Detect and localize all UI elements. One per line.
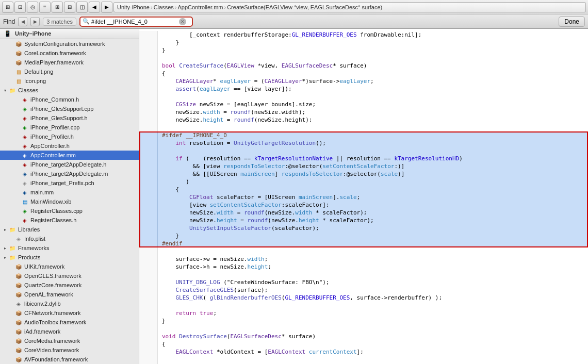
sidebar-item-label-MediaPlayer: MediaPlayer.framework (24, 59, 84, 65)
line-number (139, 147, 158, 155)
nav-forward[interactable]: ▶ (101, 2, 112, 13)
sidebar-item-AudioToolbox.framework[interactable]: 📦AudioToolbox.framework (0, 318, 139, 327)
code-editor[interactable]: [_context renderbufferStorage:GL_RENDERB… (139, 29, 588, 364)
tree-arrow-Classes: ▾ (2, 88, 8, 93)
tree-arrow-Products: ▸ (2, 255, 8, 260)
sidebar-item-AppController.mm[interactable]: ◈AppController.mm (0, 151, 139, 160)
sidebar-item-SystemConfiguration[interactable]: 📦SystemConfiguration.framework (0, 39, 139, 48)
breadcrumb-func[interactable]: CreateSurface(EAGLView *view, EAGLSurfac… (227, 4, 382, 10)
sidebar-item-iPhone_Profiler.cpp[interactable]: ◈iPhone_Profiler.cpp (0, 123, 139, 132)
sidebar-item-label-CoreVideo.framework: CoreVideo.framework (24, 347, 79, 353)
sidebar-item-AVFoundation.framework[interactable]: 📦AVFoundation.framework (0, 355, 139, 364)
sidebar-item-iAd.framework[interactable]: 📦iAd.framework (0, 327, 139, 336)
sidebar-item-libiconv.2.dylib[interactable]: ◈libiconv.2.dylib (0, 299, 139, 308)
sidebar-item-Libraries[interactable]: ▸📁Libraries (0, 225, 139, 234)
code-line: return true; (139, 309, 588, 317)
find-done-button[interactable]: Done (559, 16, 585, 27)
code-line: assert(eaglLayer == [view layer]); (139, 85, 588, 93)
file-icon-AudioToolbox.framework: 📦 (14, 318, 23, 326)
sidebar-item-iPhone_target_Prefix.pch[interactable]: ◈iPhone_target_Prefix.pch (0, 178, 139, 188)
code-line: CGFloat scaleFactor = [UIScreen mainScre… (139, 193, 588, 201)
find-clear-button[interactable]: ✕ (179, 18, 186, 25)
code-line: && [view respondsToSelector:@selector(se… (139, 162, 588, 170)
sidebar-item-UIKit.framework[interactable]: 📦UIKit.framework (0, 262, 139, 271)
sidebar-item-RegisterClasses.cpp[interactable]: ◈RegisterClasses.cpp (0, 206, 139, 216)
line-number (139, 193, 158, 201)
line-number (139, 116, 158, 124)
file-icon-OpenGLES.framework: 📦 (14, 272, 23, 280)
tree-arrow-Libraries: ▸ (2, 227, 8, 232)
line-number (139, 178, 158, 186)
sidebar-item-label-QuartzCore.framework: QuartzCore.framework (24, 282, 81, 288)
file-icon-AVFoundation.framework: 📦 (14, 355, 23, 363)
code-line: } (139, 46, 588, 54)
sidebar-item-RegisterClasses.h[interactable]: ◈RegisterClasses.h (0, 216, 139, 225)
sidebar-item-label-Frameworks: Frameworks (18, 245, 50, 251)
sidebar-item-iPhone_target2AppDelegate.m[interactable]: ◈iPhone_target2AppDelegate.m (0, 169, 139, 178)
sidebar-item-Default.png[interactable]: ▨Default.png (0, 67, 139, 76)
code-line: UnitySetInputScaleFactor(scaleFactor); (139, 224, 588, 232)
sidebar-tree: 📦SystemConfiguration.framework📦CoreLocat… (0, 39, 139, 364)
sidebar-item-label-MainWindow.xib: MainWindow.xib (30, 198, 71, 205)
sidebar-item-Icon.png[interactable]: ▨Icon.png (0, 76, 139, 86)
toolbar-icon-6[interactable]: ⊟ (64, 2, 75, 13)
toolbar-icon-3[interactable]: ◎ (27, 2, 38, 13)
sidebar-item-QuartzCore.framework[interactable]: 📦QuartzCore.framework (0, 280, 139, 290)
breadcrumb-sep-1: › (151, 4, 153, 10)
sidebar-item-iPhone_target2AppDelegate.h[interactable]: ◈iPhone_target2AppDelegate.h (0, 160, 139, 169)
sidebar-item-OpenGLES.framework[interactable]: 📦OpenGLES.framework (0, 271, 139, 280)
code-line (139, 247, 588, 255)
file-icon-Info.plist: ◈ (14, 235, 23, 243)
sidebar-item-CoreLocation[interactable]: 📦CoreLocation.framework (0, 48, 139, 58)
line-content: surface->w = newSize.width; (158, 255, 588, 263)
line-content: [view setContentScaleFactor:scaleFactor]… (158, 201, 588, 209)
line-number (139, 124, 158, 131)
code-line: surface->h = newSize.height; (139, 263, 588, 271)
toolbar-icon-7[interactable]: ◫ (76, 2, 88, 13)
sidebar-item-CFNetwork.framework[interactable]: 📦CFNetwork.framework (0, 308, 139, 318)
line-content: CAEAGLLayer* eaglLayer = (CAEAGLLayer*)s… (158, 77, 588, 85)
line-content: newSize.width = roundf(newSize.width * s… (158, 209, 588, 217)
sidebar-item-MediaPlayer[interactable]: 📦MediaPlayer.framework (0, 58, 139, 67)
sidebar-item-iPhone_GlesSupport.cpp[interactable]: ◈iPhone_GlesSupport.cpp (0, 104, 139, 113)
line-number (139, 294, 158, 302)
sidebar-item-iPhone_GlesSupport.h[interactable]: ◈iPhone_GlesSupport.h (0, 113, 139, 123)
code-line: #endif (139, 240, 588, 247)
sidebar-item-Frameworks[interactable]: ▸📁Frameworks (0, 243, 139, 253)
line-content: #endif (158, 240, 588, 247)
find-input-wrap: 🔍 ✕ (79, 16, 193, 27)
sidebar-item-OpenAL.framework[interactable]: 📦OpenAL.framework (0, 290, 139, 299)
breadcrumb-project[interactable]: Unity-iPhone (117, 4, 150, 10)
sidebar-item-Products[interactable]: ▸📁Products (0, 253, 139, 262)
code-line: if ( (resolution == kTargetResolutionNat… (139, 155, 588, 162)
find-prev-button[interactable]: ◀ (18, 17, 27, 26)
sidebar-item-iPhone_Profiler.h[interactable]: ◈iPhone_Profiler.h (0, 132, 139, 141)
code-line (139, 356, 588, 363)
line-number (139, 46, 158, 54)
sidebar-item-CoreVideo.framework[interactable]: 📦CoreVideo.framework (0, 345, 139, 355)
code-line: } (139, 232, 588, 240)
toolbar-icon-2[interactable]: ⊡ (14, 2, 26, 13)
sidebar-item-iPhone_Common.h[interactable]: ◈iPhone_Common.h (0, 95, 139, 104)
sidebar-item-AppController.h[interactable]: ◈AppController.h (0, 141, 139, 151)
sidebar-item-MainWindow.xib[interactable]: ▤MainWindow.xib (0, 197, 139, 206)
find-next-button[interactable]: ▶ (30, 17, 40, 26)
sidebar-item-CoreMedia.framework[interactable]: 📦CoreMedia.framework (0, 336, 139, 345)
file-icon-OpenAL.framework: 📦 (14, 290, 23, 299)
sidebar-item-label-CoreMedia.framework: CoreMedia.framework (24, 338, 80, 344)
nav-back[interactable]: ◀ (89, 2, 100, 13)
sidebar-item-main.mm[interactable]: ◈main.mm (0, 188, 139, 197)
line-number (139, 340, 158, 348)
line-content: CreateSurfaceGLES(surface); (158, 286, 588, 294)
search-input[interactable] (91, 19, 179, 25)
sidebar-item-Info.plist[interactable]: ◈Info.plist (0, 234, 139, 243)
toolbar-icon-5[interactable]: ⊞ (52, 2, 63, 13)
breadcrumb-file[interactable]: AppController.mm (177, 4, 223, 10)
line-content: UNITY_DBG_LOG ("CreateWindowSurface: FBO… (158, 278, 588, 286)
toolbar-icon-1[interactable]: ⊞ (2, 2, 13, 13)
breadcrumb-classes[interactable]: Classes (154, 4, 174, 10)
code-line (139, 325, 588, 333)
sidebar-item-Classes[interactable]: ▾📁Classes (0, 86, 139, 95)
toolbar-icon-4[interactable]: ≡ (39, 2, 51, 13)
file-icon-Default.png: ▨ (14, 68, 23, 76)
